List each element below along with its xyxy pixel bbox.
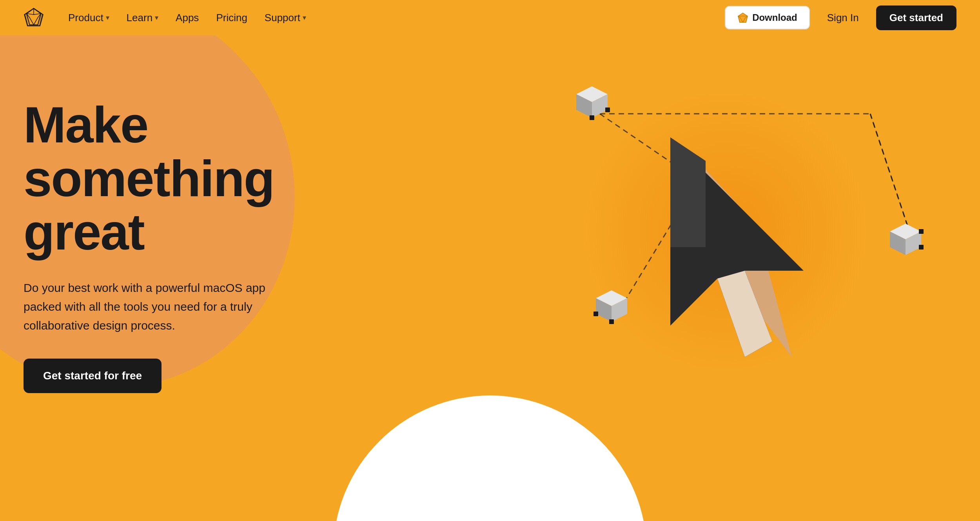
nav-product[interactable]: Product ▾ — [60, 8, 118, 28]
nav-learn[interactable]: Learn ▾ — [118, 8, 167, 28]
nav-right: Download Sign In Get started — [725, 5, 956, 30]
main-nav: Product ▾ Learn ▾ Apps Pricing Support ▾… — [0, 0, 980, 35]
chevron-down-icon: ▾ — [303, 13, 306, 22]
get-started-nav-button[interactable]: Get started — [876, 5, 956, 30]
svg-rect-36 — [919, 245, 924, 250]
nav-links: Product ▾ Learn ▾ Apps Pricing Support ▾ — [60, 8, 725, 28]
nav-pricing[interactable]: Pricing — [207, 8, 256, 28]
bg-white-curve — [333, 395, 647, 521]
svg-marker-21 — [670, 137, 706, 247]
svg-rect-30 — [609, 319, 614, 324]
svg-rect-35 — [919, 229, 924, 234]
hero-subtext: Do your best work with a powerful macOS … — [24, 279, 298, 335]
hero-section: Make something great Do your best work w… — [0, 35, 980, 521]
signin-button[interactable]: Sign In — [818, 6, 868, 29]
chevron-down-icon: ▾ — [155, 13, 158, 22]
svg-rect-25 — [590, 115, 594, 120]
logo[interactable] — [24, 7, 44, 28]
nav-apps[interactable]: Apps — [167, 8, 207, 28]
hero-illustration — [549, 59, 980, 412]
svg-rect-26 — [605, 107, 610, 112]
hero-content: Make something great Do your best work w… — [24, 98, 376, 393]
nav-support[interactable]: Support ▾ — [256, 8, 315, 28]
svg-rect-31 — [593, 312, 598, 316]
download-button[interactable]: Download — [725, 6, 810, 29]
hero-headline: Make something great — [24, 98, 376, 259]
chevron-down-icon: ▾ — [106, 13, 109, 22]
hero-cta-button[interactable]: Get started for free — [24, 359, 162, 393]
svg-line-17 — [870, 114, 913, 243]
